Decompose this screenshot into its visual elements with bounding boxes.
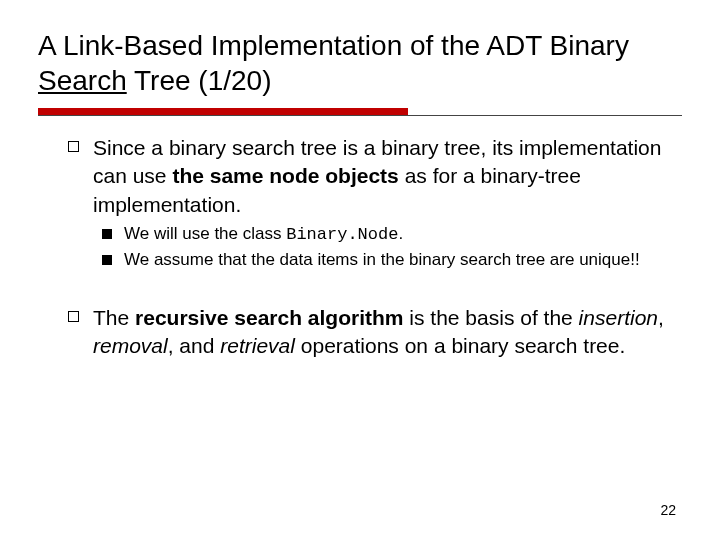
t: We will use the class: [124, 224, 286, 243]
item-text: Since a binary search tree is a binary t…: [93, 134, 682, 219]
list-item: We assume that the data items in the bin…: [102, 249, 682, 272]
title-c: Tree (1/20): [127, 65, 272, 96]
t: , and: [168, 334, 221, 357]
t-italic: retrieval: [220, 334, 295, 357]
t-bold: recursive search algorithm: [135, 306, 403, 329]
t-italic: insertion: [579, 306, 658, 329]
title-rule: [38, 108, 682, 116]
open-square-icon: [68, 141, 79, 152]
list-item: Since a binary search tree is a binary t…: [68, 134, 682, 219]
slide-title: A Link-Based Implementation of the ADT B…: [38, 28, 682, 98]
item-text: We assume that the data items in the bin…: [124, 249, 682, 272]
title-a: A Link-Based Implementation of the ADT B…: [38, 30, 629, 61]
t-code: Binary.Node: [286, 225, 398, 244]
t: operations on a binary search tree.: [295, 334, 625, 357]
list-item: We will use the class Binary.Node.: [102, 223, 682, 247]
rule-thin: [38, 115, 682, 116]
t-bold: the same node objects: [172, 164, 398, 187]
t: is the basis of the: [404, 306, 579, 329]
list-item: The recursive search algorithm is the ba…: [68, 304, 682, 361]
item-text: We will use the class Binary.Node.: [124, 223, 682, 247]
solid-square-icon: [102, 255, 112, 265]
t: .: [398, 224, 403, 243]
t: The: [93, 306, 135, 329]
sub-list: We will use the class Binary.Node. We as…: [68, 223, 682, 272]
rule-red: [38, 108, 408, 115]
bullet-list: Since a binary search tree is a binary t…: [38, 134, 682, 361]
open-square-icon: [68, 311, 79, 322]
t-italic: removal: [93, 334, 168, 357]
page-number: 22: [660, 502, 676, 518]
item-text: The recursive search algorithm is the ba…: [93, 304, 682, 361]
solid-square-icon: [102, 229, 112, 239]
title-b: Search: [38, 65, 127, 96]
t: ,: [658, 306, 664, 329]
